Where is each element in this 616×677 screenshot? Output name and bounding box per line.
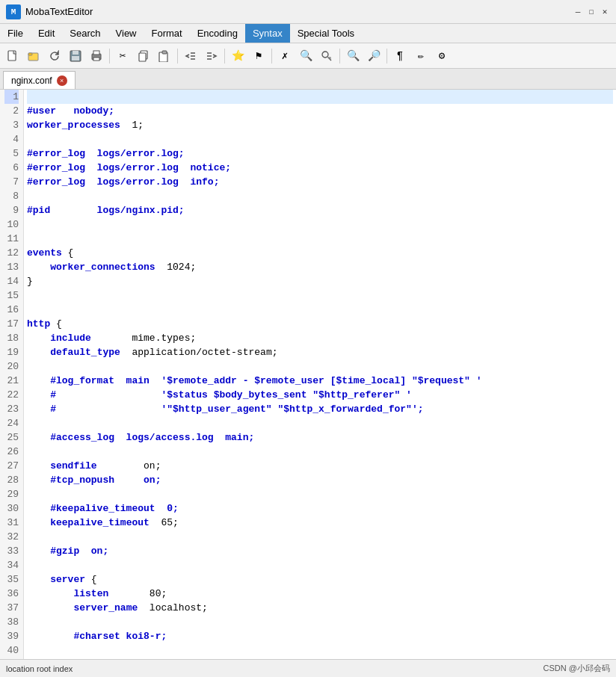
- reload-button[interactable]: [45, 46, 64, 66]
- status-left: location root index: [6, 664, 73, 673]
- menu-file[interactable]: File: [0, 24, 31, 43]
- code-line-39: #charset koi8-r;: [27, 629, 613, 643]
- open-file-button[interactable]: [24, 46, 43, 66]
- menu-view[interactable]: View: [108, 24, 144, 43]
- copy-button[interactable]: [134, 46, 153, 66]
- line-number-29: 29: [4, 487, 19, 501]
- menu-edit[interactable]: Edit: [31, 24, 62, 43]
- delete-button[interactable]: ✗: [275, 46, 295, 66]
- cut-button[interactable]: ✂: [113, 46, 132, 66]
- bookmark-button[interactable]: ⭐: [228, 46, 247, 66]
- settings-button[interactable]: ⚙: [432, 46, 452, 66]
- line-number-19: 19: [4, 345, 19, 359]
- line-number-24: 24: [4, 416, 19, 430]
- svg-rect-12: [162, 51, 167, 54]
- code-line-18: include mime.types;: [27, 331, 613, 345]
- line-number-8: 8: [4, 189, 19, 203]
- line-number-9: 9: [4, 203, 19, 217]
- line-number-40: 40: [4, 643, 19, 658]
- code-line-22: # '$status $body_bytes_sent "$http_refer…: [27, 388, 613, 402]
- code-line-36: listen 80;: [27, 587, 613, 601]
- line-numbers: 1234567891011121314151617181920212223242…: [0, 90, 24, 659]
- line-number-37: 37: [4, 601, 19, 615]
- line-number-23: 23: [4, 402, 19, 416]
- tab-bar: nginx.conf ×: [0, 69, 616, 90]
- code-line-4: [27, 132, 613, 146]
- editor-inner: 1234567891011121314151617181920212223242…: [0, 90, 616, 659]
- code-line-1: [27, 90, 613, 104]
- pencil-button[interactable]: ✏: [411, 46, 431, 66]
- menu-bar: File Edit Search View Format Encoding Sy…: [0, 24, 616, 43]
- line-number-20: 20: [4, 359, 19, 374]
- code-line-26: [27, 445, 613, 459]
- code-line-14: }: [27, 274, 613, 288]
- line-number-12: 12: [4, 246, 19, 260]
- title-bar-title: MobaTextEditor: [25, 6, 93, 17]
- line-number-36: 36: [4, 587, 19, 601]
- line-number-6: 6: [4, 161, 19, 175]
- title-bar: M MobaTextEditor — ☐ ✕: [0, 0, 616, 24]
- toolbar-separator-5: [339, 49, 340, 64]
- replace-button[interactable]: [317, 46, 336, 66]
- tab-close-button[interactable]: ×: [57, 75, 67, 86]
- code-line-37: server_name localhost;: [27, 601, 613, 615]
- line-number-4: 4: [4, 132, 19, 146]
- line-number-18: 18: [4, 331, 19, 345]
- menu-search[interactable]: Search: [62, 24, 108, 43]
- code-line-19: default_type application/octet-stream;: [27, 345, 613, 359]
- code-line-17: http {: [27, 317, 613, 331]
- maximize-button[interactable]: ☐: [586, 7, 597, 17]
- search-button[interactable]: 🔍: [296, 46, 315, 66]
- toolbar-separator-6: [386, 49, 387, 64]
- line-number-22: 22: [4, 388, 19, 402]
- menu-syntax[interactable]: Syntax: [245, 24, 290, 43]
- code-line-15: [27, 288, 613, 303]
- code-line-5: #error_log logs/error.log;: [27, 146, 613, 161]
- code-line-29: [27, 487, 613, 501]
- line-number-39: 39: [4, 629, 19, 643]
- title-bar-controls: — ☐ ✕: [573, 7, 610, 17]
- menu-special-tools[interactable]: Special Tools: [290, 24, 362, 43]
- code-line-3: worker_processes 1;: [27, 118, 613, 132]
- status-location: location root index: [6, 664, 73, 673]
- code-content[interactable]: #user nobody;worker_processes 1; #error_…: [24, 90, 616, 659]
- line-number-11: 11: [4, 232, 19, 246]
- line-number-17: 17: [4, 317, 19, 331]
- code-line-8: [27, 189, 613, 203]
- toolbar-separator-1: [109, 49, 110, 64]
- menu-encoding[interactable]: Encoding: [190, 24, 245, 43]
- line-number-41: 41: [4, 658, 19, 659]
- paste-button[interactable]: [155, 46, 174, 66]
- toolbar-separator-3: [224, 49, 225, 64]
- outdent-button[interactable]: [181, 46, 200, 66]
- tab-nginx-conf[interactable]: nginx.conf ×: [3, 71, 76, 89]
- zoom-out-button[interactable]: 🔍: [343, 46, 363, 66]
- tab-filename: nginx.conf: [11, 75, 52, 86]
- code-line-28: #tcp_nopush on;: [27, 473, 613, 487]
- editor-area[interactable]: 1234567891011121314151617181920212223242…: [0, 90, 616, 659]
- code-line-20: [27, 359, 613, 374]
- line-number-10: 10: [4, 217, 19, 232]
- code-line-31: keepalive_timeout 65;: [27, 516, 613, 530]
- minimize-button[interactable]: —: [573, 7, 583, 17]
- line-number-13: 13: [4, 260, 19, 274]
- code-line-38: [27, 615, 613, 629]
- indent-button[interactable]: [202, 46, 221, 66]
- line-number-34: 34: [4, 558, 19, 572]
- zoom-in-button[interactable]: 🔎: [364, 46, 384, 66]
- close-button[interactable]: ✕: [600, 7, 610, 17]
- line-number-2: 2: [4, 104, 19, 118]
- word-wrap-button[interactable]: ¶: [390, 46, 410, 66]
- new-file-button[interactable]: [3, 46, 22, 66]
- menu-format[interactable]: Format: [144, 24, 190, 43]
- toolbar-separator-2: [177, 49, 178, 64]
- code-line-9: #pid logs/nginx.pid;: [27, 203, 613, 217]
- line-number-38: 38: [4, 615, 19, 629]
- print-button[interactable]: [87, 46, 106, 66]
- code-line-35: server {: [27, 572, 613, 587]
- line-number-35: 35: [4, 572, 19, 587]
- save-button[interactable]: [66, 46, 85, 66]
- nav-button[interactable]: ⚑: [249, 46, 268, 66]
- editor-wrapper[interactable]: 1234567891011121314151617181920212223242…: [0, 90, 616, 659]
- line-number-14: 14: [4, 274, 19, 288]
